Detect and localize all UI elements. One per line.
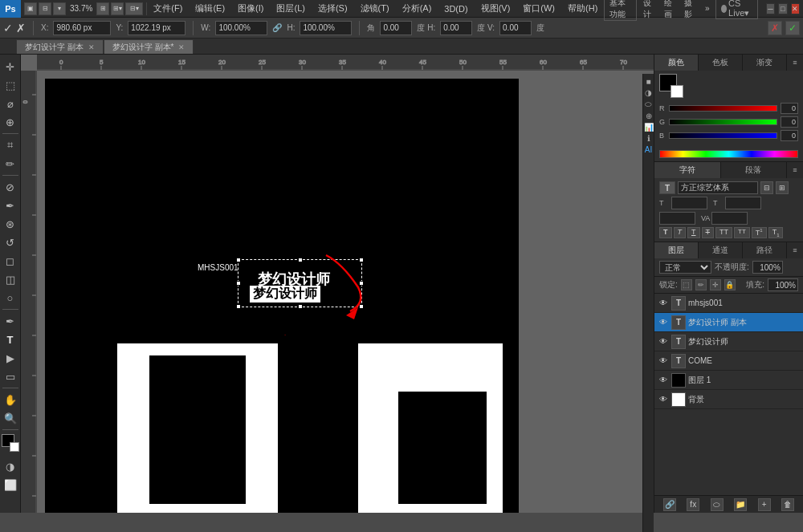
fill-input[interactable] (768, 278, 798, 291)
tool-icon-3[interactable]: ▾ (53, 2, 66, 15)
menu-layer[interactable]: 图层(L) (270, 0, 311, 17)
lock-transparent-btn[interactable]: ⬚ (681, 279, 692, 290)
design-btn[interactable]: 设计 (640, 0, 658, 20)
panel-icon-ai[interactable]: AI (645, 145, 652, 154)
char-panel-options[interactable]: ≡ (787, 162, 803, 178)
tool-icon-1[interactable]: ▣ (24, 2, 37, 15)
lock-all-btn[interactable]: 🔒 (724, 279, 736, 290)
hand-tool[interactable]: ✋ (2, 391, 19, 408)
tab-close-1[interactable]: ✕ (88, 43, 95, 51)
gradient-tool[interactable]: ◫ (2, 270, 19, 288)
underline-btn[interactable]: T (687, 227, 700, 238)
cs-live-btn[interactable]: CS Live▾ (715, 0, 757, 19)
menu-edit[interactable]: 编辑(E) (189, 0, 231, 17)
add-mask-btn[interactable]: ⬭ (711, 498, 724, 511)
panel-icon-nav[interactable]: ⊕ (646, 112, 652, 120)
background-color[interactable] (10, 442, 19, 452)
screen-mode-tool[interactable]: ⬜ (2, 476, 19, 493)
color-fg-bg[interactable] (659, 74, 683, 98)
subscript-btn[interactable]: T1 (768, 227, 784, 238)
apply-transform-btn[interactable]: ✓ (785, 21, 800, 35)
clone-tool[interactable]: ⊛ (2, 215, 19, 233)
new-layer-btn[interactable]: + (758, 498, 771, 511)
r-slider-track[interactable] (669, 105, 777, 112)
layers-panel-options[interactable]: ≡ (787, 242, 803, 258)
skewv-input[interactable] (499, 21, 532, 35)
strikethrough-btn[interactable]: T (702, 227, 715, 238)
menu-help[interactable]: 帮助(H) (561, 0, 604, 17)
lock-position-btn[interactable]: ✛ (710, 279, 721, 290)
tool-icon-2[interactable]: ⊟ (39, 2, 51, 15)
handle-bm[interactable] (298, 304, 303, 309)
view-icon-1[interactable]: ⊞ (96, 2, 109, 15)
tab-swatches[interactable]: 色板 (699, 55, 743, 71)
delete-layer-btn[interactable]: 🗑 (781, 498, 794, 511)
layer-visibility-mhsjsfuben[interactable]: 👁 (658, 317, 669, 328)
panel-icon-mask[interactable]: ⬭ (645, 99, 652, 109)
tab-paragraph[interactable]: 段落 (721, 162, 788, 178)
crop-tool[interactable]: ⌗ (2, 136, 19, 154)
canvas-document[interactable]: MHSJS001 梦幻设计师 (37, 71, 654, 513)
link-layers-btn[interactable]: 🔗 (663, 498, 676, 511)
panel-icon-adj[interactable]: ◑ (645, 88, 652, 97)
panel-icon-color[interactable]: ■ (646, 77, 650, 86)
workspace-label[interactable]: 基本功能 (604, 0, 637, 21)
layer-visibility-bg[interactable]: 👁 (658, 394, 669, 405)
line-height-input[interactable] (725, 197, 761, 209)
r-value[interactable]: 0 (781, 103, 798, 114)
add-style-btn[interactable]: fx (687, 498, 699, 511)
eraser-tool[interactable]: ◻ (2, 252, 19, 270)
b-value[interactable]: 0 (781, 130, 798, 141)
handle-tl[interactable] (236, 258, 241, 262)
close-btn[interactable]: ✕ (791, 3, 800, 14)
allcaps-btn[interactable]: TT (715, 227, 732, 238)
opacity-input[interactable] (752, 261, 783, 274)
pen-tool[interactable]: ✒ (2, 312, 19, 330)
lock-pixels-btn[interactable]: ✏ (695, 279, 707, 290)
menu-file[interactable]: 文件(F) (147, 0, 189, 17)
color-spectrum[interactable] (659, 150, 798, 158)
quick-mask-tool[interactable]: ◑ (2, 457, 19, 475)
new-group-btn[interactable]: 📁 (734, 498, 747, 511)
font-size-input[interactable] (671, 197, 707, 209)
handle-tm[interactable] (298, 258, 303, 262)
layer-item-come[interactable]: 👁 T COME (654, 351, 803, 371)
layer-item-layer1[interactable]: 👁 图层 1 (654, 371, 803, 390)
color-boxes[interactable] (2, 434, 19, 452)
tracking-input[interactable] (659, 212, 695, 225)
photo-btn[interactable]: 摄影 (681, 0, 699, 20)
layer-visibility-mhsjs[interactable]: 👁 (658, 336, 669, 347)
type-tool[interactable]: T (2, 331, 19, 348)
path-select-tool[interactable]: ▶ (2, 349, 19, 367)
eyedropper-tool[interactable]: ✏ (2, 155, 19, 173)
lasso-tool[interactable]: ⌀ (2, 95, 19, 112)
menu-filter[interactable]: 滤镜(T) (354, 0, 396, 17)
handle-ml[interactable] (236, 281, 241, 286)
move-tool[interactable]: ✛ (2, 58, 19, 75)
skewh-input[interactable] (440, 21, 472, 35)
spot-heal-tool[interactable]: ⊘ (2, 178, 19, 196)
layer-visibility-come[interactable]: 👁 (658, 355, 669, 367)
minimize-btn[interactable]: ─ (766, 3, 775, 14)
layer-item-mhsjs001[interactable]: 👁 T mhsjs001 (654, 294, 803, 313)
transform-check[interactable]: ✓ (3, 22, 13, 35)
layer-item-mhsjsfuben[interactable]: 👁 T 梦幻设计师 副本 (654, 313, 803, 332)
tab-gradient[interactable]: 渐变 (743, 55, 787, 71)
arrange-icon[interactable]: ⊟▾ (125, 2, 143, 15)
layer-visibility-layer1[interactable]: 👁 (658, 375, 669, 386)
handle-mr[interactable] (359, 281, 364, 286)
layer-item-mhsjs[interactable]: 👁 T 梦幻设计师 (654, 332, 803, 351)
link-icon[interactable]: 🔗 (272, 23, 282, 32)
layer-item-bg[interactable]: 👁 背景 (654, 390, 803, 409)
history-brush-tool[interactable]: ↺ (2, 234, 19, 251)
tab-character[interactable]: 字符 (654, 162, 721, 178)
draw-btn[interactable]: 绘画 (661, 0, 679, 20)
angle-input[interactable] (380, 21, 412, 35)
zoom-tool[interactable]: 🔍 (2, 409, 19, 427)
menu-view[interactable]: 视图(V) (475, 0, 517, 17)
kerning-input[interactable] (711, 212, 748, 225)
smallcaps-btn[interactable]: TT (734, 227, 750, 238)
g-slider-track[interactable] (669, 119, 777, 125)
tab-layers[interactable]: 图层 (654, 242, 699, 258)
superscript-btn[interactable]: T1 (752, 227, 767, 238)
